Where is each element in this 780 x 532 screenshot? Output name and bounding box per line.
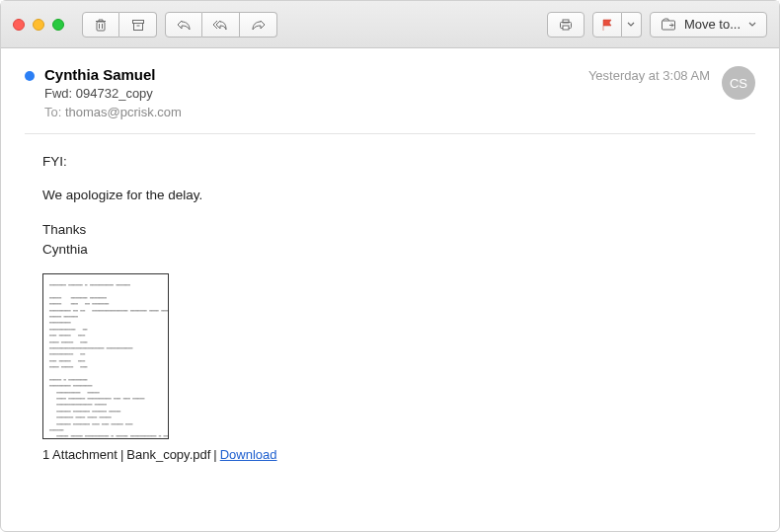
svg-rect-2 <box>133 23 142 30</box>
reply-button[interactable] <box>165 12 202 38</box>
moveto-button[interactable]: Move to... <box>650 12 767 38</box>
window-controls <box>13 19 64 31</box>
sender-name: Cynthia Samuel <box>44 66 588 83</box>
mail-window: Move to... Cynthia Samuel Fwd: 094732_co… <box>0 0 780 532</box>
attachment-info: 1 Attachment|Bank_copy.pdf|Download <box>42 447 755 462</box>
to-row: To: thomas@pcrisk.com <box>44 105 588 119</box>
moveto-icon <box>661 18 676 32</box>
maximize-window[interactable] <box>52 19 64 31</box>
body-line-2: We apologize for the delay. <box>42 186 755 205</box>
avatar[interactable]: CS <box>722 66 755 100</box>
flag-menu-button[interactable] <box>622 12 642 38</box>
to-address: thomas@pcrisk.com <box>65 105 182 119</box>
attachment-filename: Bank_copy.pdf <box>126 447 210 462</box>
message-body: FYI: We apologize for the delay. Thanks … <box>25 152 755 260</box>
header-separator <box>25 133 755 134</box>
to-label: To: <box>44 105 61 119</box>
minimize-window[interactable] <box>33 19 44 31</box>
sig-1: Thanks <box>42 220 755 240</box>
print-button[interactable] <box>547 12 585 38</box>
titlebar: Move to... <box>1 1 779 48</box>
flag-button[interactable] <box>592 12 622 38</box>
message-content: Cynthia Samuel Fwd: 094732_copy To: thom… <box>1 48 779 531</box>
download-link[interactable]: Download <box>220 447 277 462</box>
body-line-1: FYI: <box>42 152 755 172</box>
delete-button[interactable] <box>82 12 119 38</box>
unread-indicator[interactable] <box>25 71 35 81</box>
chevron-down-icon <box>748 22 756 28</box>
attachment-count: 1 Attachment <box>42 447 117 462</box>
reply-all-button[interactable] <box>202 12 240 38</box>
subject-line: Fwd: 094732_copy <box>44 86 588 101</box>
svg-rect-5 <box>563 26 569 30</box>
forward-button[interactable] <box>240 12 277 38</box>
attachment-thumbnail[interactable]: ═══════ ══════ ═ ══════════ ══════ ═════… <box>42 273 169 439</box>
sig-2: Cynthia <box>42 240 755 260</box>
close-window[interactable] <box>13 19 25 31</box>
moveto-label: Move to... <box>684 17 741 32</box>
timestamp: Yesterday at 3:08 AM <box>588 68 710 83</box>
archive-button[interactable] <box>119 12 157 38</box>
svg-rect-0 <box>97 22 105 31</box>
svg-rect-4 <box>563 20 569 23</box>
